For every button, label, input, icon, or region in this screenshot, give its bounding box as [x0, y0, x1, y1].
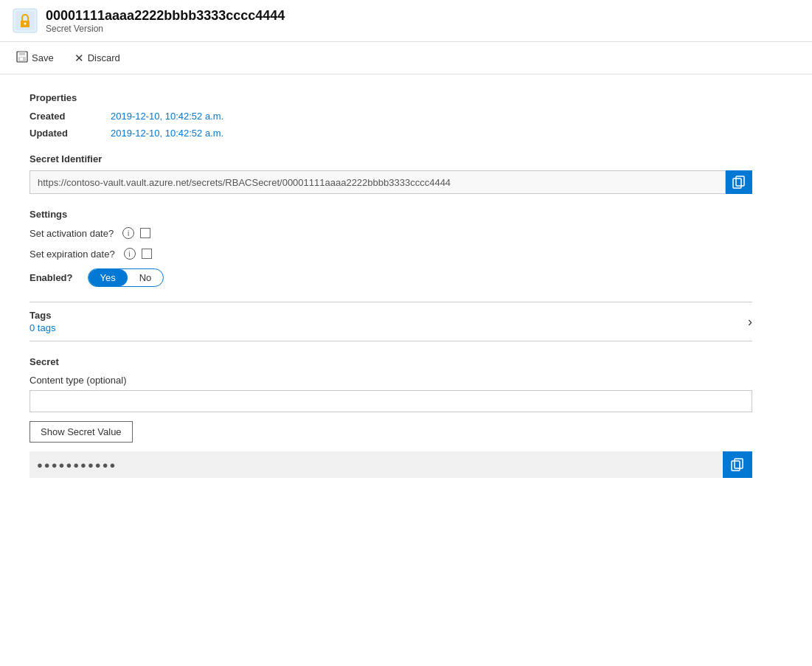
identifier-input[interactable]	[30, 170, 726, 194]
svg-rect-5	[19, 52, 25, 55]
svg-rect-7	[20, 58, 23, 60]
expiration-checkbox[interactable]	[142, 249, 152, 259]
activation-checkbox[interactable]	[140, 228, 150, 238]
toggle-no-button[interactable]: No	[128, 269, 164, 286]
page-subtitle: Secret Version	[46, 24, 285, 34]
toggle-yes-button[interactable]: Yes	[89, 269, 128, 286]
secret-section: Secret Content type (optional) Show Secr…	[30, 356, 752, 478]
key-vault-icon	[12, 7, 38, 34]
identifier-copy-button[interactable]	[726, 170, 752, 194]
svg-rect-10	[735, 459, 743, 468]
svg-rect-9	[733, 178, 741, 188]
expiration-label: Set expiration date?	[30, 249, 115, 260]
properties-section: Properties Created 2019-12-10, 10:42:52 …	[30, 92, 752, 139]
updated-label: Updated	[30, 128, 111, 139]
secret-copy-button[interactable]	[723, 451, 752, 478]
content-type-input[interactable]	[30, 390, 752, 412]
discard-icon: ✕	[74, 52, 84, 65]
show-secret-button[interactable]: Show Secret Value	[30, 421, 133, 443]
identifier-label: Secret Identifier	[30, 153, 752, 164]
page-title: 00001111aaaa2222bbbb3333cccc4444	[46, 8, 285, 24]
tags-count: 0 tags	[30, 322, 748, 333]
save-button[interactable]: Save	[12, 48, 58, 68]
expiration-row: Set expiration date? i	[30, 248, 752, 260]
tags-section[interactable]: Tags 0 tags ›	[30, 302, 752, 341]
created-row: Created 2019-12-10, 10:42:52 a.m.	[30, 111, 752, 122]
identifier-row	[30, 170, 752, 194]
secret-dots: ●●●●●●●●●●●	[30, 454, 723, 476]
activation-row: Set activation date? i	[30, 227, 752, 239]
tags-title: Tags	[30, 310, 748, 321]
discard-button[interactable]: ✕ Discard	[70, 49, 125, 68]
toolbar: Save ✕ Discard	[0, 42, 812, 74]
svg-rect-11	[732, 461, 740, 471]
discard-label: Discard	[88, 52, 120, 63]
save-icon	[16, 51, 28, 65]
svg-rect-8	[736, 176, 744, 186]
header-text-block: 00001111aaaa2222bbbb3333cccc4444 Secret …	[46, 8, 285, 34]
updated-row: Updated 2019-12-10, 10:42:52 a.m.	[30, 128, 752, 139]
properties-title: Properties	[30, 92, 752, 103]
svg-point-3	[24, 23, 27, 25]
main-content: Properties Created 2019-12-10, 10:42:52 …	[0, 74, 782, 510]
tags-chevron-icon: ›	[748, 314, 752, 330]
settings-title: Settings	[30, 209, 752, 220]
enabled-label: Enabled?	[30, 272, 73, 283]
identifier-section: Secret Identifier	[30, 153, 752, 194]
page-header: 00001111aaaa2222bbbb3333cccc4444 Secret …	[0, 0, 812, 42]
save-label: Save	[32, 52, 54, 63]
enabled-toggle[interactable]: Yes No	[88, 268, 164, 287]
copy-icon	[732, 176, 746, 189]
created-label: Created	[30, 111, 111, 122]
expiration-info-icon: i	[124, 248, 136, 260]
tags-content: Tags 0 tags	[30, 310, 748, 333]
secret-title: Secret	[30, 356, 752, 367]
secret-value-row: ●●●●●●●●●●●	[30, 451, 752, 478]
content-type-label: Content type (optional)	[30, 375, 752, 386]
settings-section: Settings Set activation date? i Set expi…	[30, 209, 752, 287]
updated-value: 2019-12-10, 10:42:52 a.m.	[111, 128, 223, 139]
secret-copy-icon	[731, 458, 744, 471]
created-value: 2019-12-10, 10:42:52 a.m.	[111, 111, 223, 122]
enabled-row: Enabled? Yes No	[30, 268, 752, 287]
activation-info-icon: i	[122, 227, 134, 239]
activation-label: Set activation date?	[30, 228, 114, 239]
